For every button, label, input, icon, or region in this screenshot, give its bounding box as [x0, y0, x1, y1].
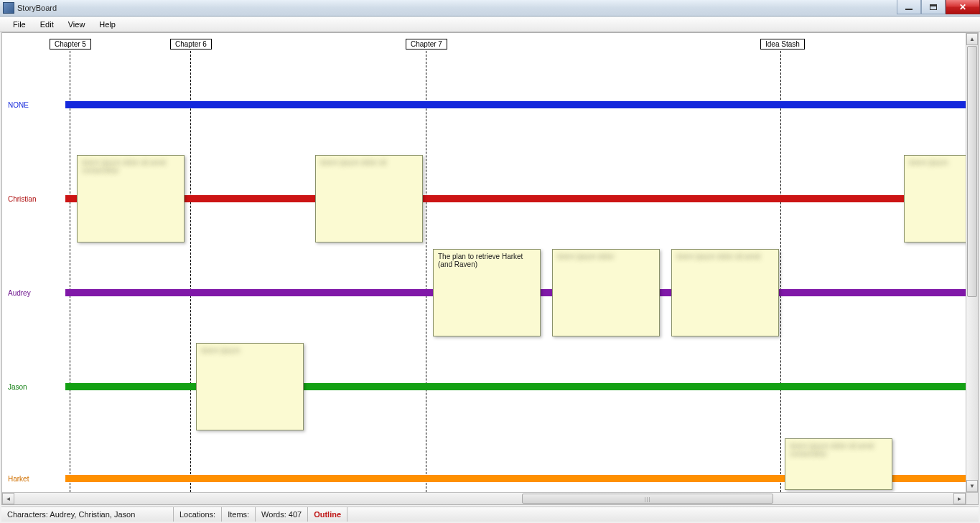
status-outline[interactable]: Outline	[308, 507, 347, 522]
chapter-divider	[780, 47, 781, 492]
status-words: Words: 407	[256, 507, 308, 522]
story-card[interactable]: lorem ipsum dolor sit amet	[671, 249, 779, 336]
story-card[interactable]: The plan to retrieve Harket (and Raven)	[433, 249, 541, 336]
vertical-scrollbar[interactable]: ▲ ▼	[966, 33, 978, 492]
track-label[interactable]: Harket	[8, 475, 29, 483]
scroll-left-button[interactable]: ◄	[2, 493, 14, 504]
grip-icon: |||	[644, 496, 650, 502]
close-icon: ✕	[959, 2, 966, 12]
scroll-up-button[interactable]: ▲	[966, 33, 978, 45]
menu-help[interactable]: Help	[92, 18, 123, 31]
chapter-divider	[70, 47, 70, 492]
minimize-icon	[905, 9, 913, 10]
chapter-divider	[190, 47, 191, 492]
chapter-divider	[426, 47, 426, 492]
menu-file[interactable]: File	[6, 18, 33, 31]
track-label[interactable]: Jason	[8, 383, 27, 391]
track-label[interactable]: Christian	[8, 195, 36, 203]
minimize-button[interactable]	[897, 0, 921, 14]
maximize-button[interactable]	[921, 0, 946, 14]
track-label[interactable]: Audrey	[8, 289, 31, 297]
track-line	[65, 101, 966, 108]
scroll-corner	[966, 492, 978, 504]
titlebar: StoryBoard ✕	[0, 0, 980, 17]
story-card[interactable]: lorem ipsum	[904, 155, 966, 242]
chapter-label[interactable]: Idea Stash	[760, 39, 805, 50]
maximize-icon	[930, 4, 937, 10]
track-line	[65, 195, 966, 202]
storyboard-canvas[interactable]: Chapter 5Chapter 6Chapter 7Idea StashNON…	[2, 33, 966, 492]
chapter-label[interactable]: Chapter 5	[50, 39, 91, 50]
chapter-label[interactable]: Chapter 7	[406, 39, 447, 50]
horizontal-scroll-thumb[interactable]: |||	[522, 494, 773, 504]
menu-view[interactable]: View	[61, 18, 93, 31]
menu-edit[interactable]: Edit	[33, 18, 61, 31]
scroll-down-button[interactable]: ▼	[966, 480, 978, 492]
story-card[interactable]: lorem ipsum dolor sit	[315, 155, 423, 242]
story-card[interactable]: lorem ipsum	[196, 343, 304, 430]
status-items: Items:	[222, 507, 256, 522]
horizontal-scrollbar[interactable]: ◄ ||| ►	[2, 492, 966, 504]
app-icon	[3, 2, 14, 14]
window-controls: ✕	[897, 0, 980, 14]
track-label[interactable]: NONE	[8, 101, 29, 109]
scroll-right-button[interactable]: ►	[953, 493, 966, 504]
story-card[interactable]: lorem ipsum dolor	[552, 249, 660, 336]
close-button[interactable]: ✕	[946, 0, 980, 14]
statusbar: Characters: Audrey, Christian, Jason Loc…	[1, 506, 979, 522]
window-title: StoryBoard	[17, 4, 57, 12]
chapter-label[interactable]: Chapter 6	[170, 39, 212, 50]
status-locations: Locations:	[174, 507, 222, 522]
menubar: File Edit View Help	[0, 17, 980, 32]
canvas-area: Chapter 5Chapter 6Chapter 7Idea StashNON…	[1, 32, 979, 505]
status-characters: Characters: Audrey, Christian, Jason	[1, 507, 174, 522]
story-card[interactable]: lorem ipsum dolor sit amet consectetur	[77, 155, 185, 242]
story-card[interactable]: lorem ipsum dolor sit amet consectetur	[785, 438, 892, 490]
vertical-scroll-thumb[interactable]	[967, 46, 977, 297]
